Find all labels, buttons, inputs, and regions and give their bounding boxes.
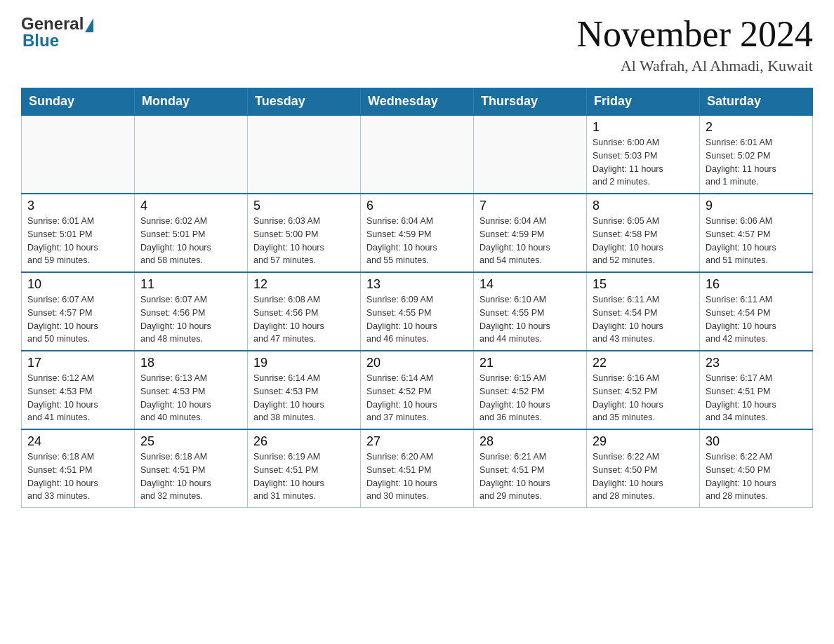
day-info: Sunrise: 6:04 AMSunset: 4:59 PMDaylight:… (479, 215, 581, 267)
day-number: 18 (140, 356, 241, 370)
calendar-cell: 22Sunrise: 6:16 AMSunset: 4:52 PMDayligh… (587, 351, 700, 429)
logo-triangle-icon (85, 18, 93, 32)
calendar-cell: 4Sunrise: 6:02 AMSunset: 5:01 PMDaylight… (135, 194, 248, 272)
day-number: 21 (479, 356, 581, 370)
day-info: Sunrise: 6:07 AMSunset: 4:57 PMDaylight:… (27, 293, 128, 346)
day-number: 14 (479, 277, 581, 292)
column-header-wednesday: Wednesday (361, 88, 474, 116)
calendar-week-1: 1Sunrise: 6:00 AMSunset: 5:03 PMDaylight… (22, 115, 813, 194)
column-header-monday: Monday (135, 88, 248, 116)
calendar-cell: 24Sunrise: 6:18 AMSunset: 4:51 PMDayligh… (22, 429, 135, 508)
day-number: 13 (366, 277, 468, 292)
day-info: Sunrise: 6:22 AMSunset: 4:50 PMDaylight:… (706, 450, 807, 503)
day-info: Sunrise: 6:18 AMSunset: 4:51 PMDaylight:… (27, 450, 128, 503)
day-number: 5 (253, 199, 355, 213)
day-info: Sunrise: 6:04 AMSunset: 4:59 PMDaylight:… (366, 215, 468, 267)
calendar-table: SundayMondayTuesdayWednesdayThursdayFrid… (21, 88, 813, 508)
calendar-cell: 19Sunrise: 6:14 AMSunset: 4:53 PMDayligh… (248, 351, 361, 429)
calendar-cell: 7Sunrise: 6:04 AMSunset: 4:59 PMDaylight… (474, 194, 587, 272)
day-info: Sunrise: 6:16 AMSunset: 4:52 PMDaylight:… (593, 372, 694, 424)
calendar-cell: 12Sunrise: 6:08 AMSunset: 4:56 PMDayligh… (248, 272, 361, 351)
day-number: 8 (593, 199, 694, 213)
day-number: 16 (706, 277, 807, 292)
day-info: Sunrise: 6:13 AMSunset: 4:53 PMDaylight:… (140, 372, 241, 424)
day-info: Sunrise: 6:09 AMSunset: 4:55 PMDaylight:… (366, 293, 468, 346)
calendar-cell (22, 115, 135, 194)
calendar-cell: 15Sunrise: 6:11 AMSunset: 4:54 PMDayligh… (587, 272, 700, 351)
day-number: 24 (27, 434, 128, 449)
calendar-cell (248, 115, 361, 194)
day-number: 2 (706, 120, 807, 135)
calendar-cell: 20Sunrise: 6:14 AMSunset: 4:52 PMDayligh… (361, 351, 474, 429)
calendar-cell: 17Sunrise: 6:12 AMSunset: 4:53 PMDayligh… (22, 351, 135, 429)
day-info: Sunrise: 6:01 AMSunset: 5:02 PMDaylight:… (706, 136, 807, 189)
day-info: Sunrise: 6:08 AMSunset: 4:56 PMDaylight:… (253, 293, 355, 346)
day-info: Sunrise: 6:12 AMSunset: 4:53 PMDaylight:… (27, 372, 128, 424)
day-number: 23 (706, 356, 807, 370)
day-number: 4 (140, 199, 241, 213)
calendar-cell: 27Sunrise: 6:20 AMSunset: 4:51 PMDayligh… (361, 429, 474, 508)
calendar-header-row: SundayMondayTuesdayWednesdayThursdayFrid… (22, 88, 813, 116)
page-header: General Blue November 2024 Al Wafrah, Al… (21, 14, 813, 75)
title-block: November 2024 Al Wafrah, Al Ahmadi, Kuwa… (577, 14, 813, 75)
calendar-cell: 26Sunrise: 6:19 AMSunset: 4:51 PMDayligh… (248, 429, 361, 508)
calendar-week-4: 17Sunrise: 6:12 AMSunset: 4:53 PMDayligh… (22, 351, 813, 429)
calendar-cell: 3Sunrise: 6:01 AMSunset: 5:01 PMDaylight… (22, 194, 135, 272)
calendar-cell: 16Sunrise: 6:11 AMSunset: 4:54 PMDayligh… (700, 272, 813, 351)
day-number: 15 (593, 277, 694, 292)
calendar-week-3: 10Sunrise: 6:07 AMSunset: 4:57 PMDayligh… (22, 272, 813, 351)
day-number: 10 (27, 277, 128, 292)
day-number: 1 (593, 120, 694, 135)
calendar-cell: 6Sunrise: 6:04 AMSunset: 4:59 PMDaylight… (361, 194, 474, 272)
calendar-cell (135, 115, 248, 194)
day-info: Sunrise: 6:11 AMSunset: 4:54 PMDaylight:… (706, 293, 807, 346)
calendar-cell: 13Sunrise: 6:09 AMSunset: 4:55 PMDayligh… (361, 272, 474, 351)
calendar-cell: 10Sunrise: 6:07 AMSunset: 4:57 PMDayligh… (22, 272, 135, 351)
day-info: Sunrise: 6:19 AMSunset: 4:51 PMDaylight:… (253, 450, 355, 503)
day-info: Sunrise: 6:21 AMSunset: 4:51 PMDaylight:… (479, 450, 581, 503)
calendar-cell (361, 115, 474, 194)
calendar-cell: 23Sunrise: 6:17 AMSunset: 4:51 PMDayligh… (700, 351, 813, 429)
day-number: 29 (593, 434, 694, 449)
day-info: Sunrise: 6:05 AMSunset: 4:58 PMDaylight:… (593, 215, 694, 267)
calendar-cell (474, 115, 587, 194)
day-info: Sunrise: 6:20 AMSunset: 4:51 PMDaylight:… (366, 450, 468, 503)
day-number: 22 (593, 356, 694, 370)
day-number: 7 (479, 199, 581, 213)
calendar-cell: 11Sunrise: 6:07 AMSunset: 4:56 PMDayligh… (135, 272, 248, 351)
day-number: 30 (706, 434, 807, 449)
day-info: Sunrise: 6:14 AMSunset: 4:52 PMDaylight:… (366, 372, 468, 424)
day-number: 20 (366, 356, 468, 370)
calendar-cell: 25Sunrise: 6:18 AMSunset: 4:51 PMDayligh… (135, 429, 248, 508)
calendar-week-5: 24Sunrise: 6:18 AMSunset: 4:51 PMDayligh… (22, 429, 813, 508)
logo-blue-text: Blue (22, 31, 59, 51)
calendar-cell: 28Sunrise: 6:21 AMSunset: 4:51 PMDayligh… (474, 429, 587, 508)
day-info: Sunrise: 6:18 AMSunset: 4:51 PMDaylight:… (140, 450, 241, 503)
calendar-cell: 21Sunrise: 6:15 AMSunset: 4:52 PMDayligh… (474, 351, 587, 429)
day-number: 9 (706, 199, 807, 213)
day-number: 25 (140, 434, 241, 449)
day-info: Sunrise: 6:14 AMSunset: 4:53 PMDaylight:… (253, 372, 355, 424)
day-number: 6 (366, 199, 468, 213)
day-info: Sunrise: 6:15 AMSunset: 4:52 PMDaylight:… (479, 372, 581, 424)
day-info: Sunrise: 6:17 AMSunset: 4:51 PMDaylight:… (706, 372, 807, 424)
calendar-cell: 8Sunrise: 6:05 AMSunset: 4:58 PMDaylight… (587, 194, 700, 272)
day-number: 27 (366, 434, 468, 449)
month-title: November 2024 (577, 14, 813, 54)
day-number: 3 (27, 199, 128, 213)
day-number: 26 (253, 434, 355, 449)
day-number: 12 (253, 277, 355, 292)
day-info: Sunrise: 6:22 AMSunset: 4:50 PMDaylight:… (593, 450, 694, 503)
column-header-sunday: Sunday (22, 88, 135, 116)
day-info: Sunrise: 6:07 AMSunset: 4:56 PMDaylight:… (140, 293, 241, 346)
column-header-saturday: Saturday (700, 88, 813, 116)
location-title: Al Wafrah, Al Ahmadi, Kuwait (577, 57, 813, 75)
calendar-cell: 5Sunrise: 6:03 AMSunset: 5:00 PMDaylight… (248, 194, 361, 272)
day-number: 11 (140, 277, 241, 292)
day-info: Sunrise: 6:02 AMSunset: 5:01 PMDaylight:… (140, 215, 241, 267)
logo: General Blue (21, 14, 93, 51)
calendar-week-2: 3Sunrise: 6:01 AMSunset: 5:01 PMDaylight… (22, 194, 813, 272)
day-number: 28 (479, 434, 581, 449)
day-info: Sunrise: 6:11 AMSunset: 4:54 PMDaylight:… (593, 293, 694, 346)
day-info: Sunrise: 6:01 AMSunset: 5:01 PMDaylight:… (27, 215, 128, 267)
